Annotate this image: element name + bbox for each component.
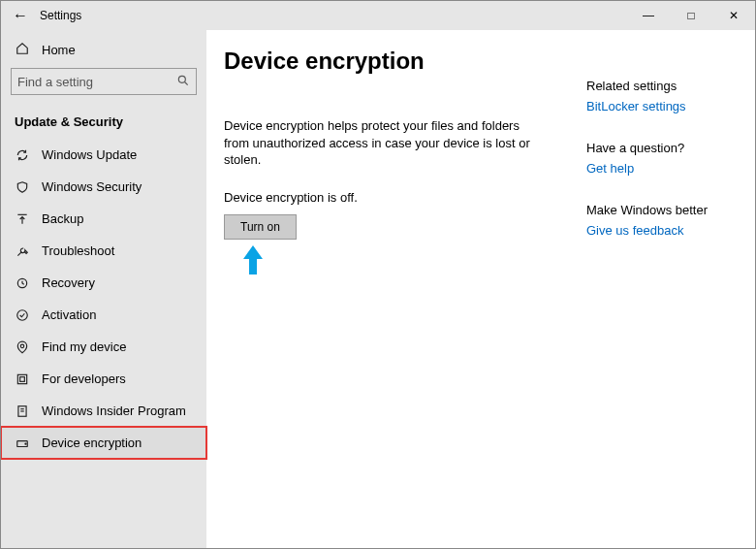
check-icon	[15, 308, 30, 322]
window-title: Settings	[40, 9, 81, 22]
sidebar-item[interactable]: Windows Update	[1, 139, 206, 171]
svg-rect-5	[17, 374, 26, 383]
shield-icon	[15, 180, 30, 194]
sidebar-item-label: Backup	[42, 211, 83, 226]
sidebar-item-label: Device encryption	[42, 436, 142, 450]
sidebar-item-label: Troubleshoot	[42, 243, 114, 258]
sidebar-home-label: Home	[42, 43, 76, 57]
svg-point-3	[17, 309, 28, 320]
sidebar-item-label: Find my device	[42, 339, 126, 354]
sidebar-section-title: Update & Security	[1, 107, 206, 139]
sidebar-item[interactable]: Windows Insider Program	[1, 395, 206, 427]
window-controls: ― □ ✕	[627, 1, 755, 30]
right-rail-block: Related settingsBitLocker settings	[586, 79, 732, 113]
right-rail-title: Make Windows better	[586, 203, 732, 217]
svg-point-11	[25, 443, 26, 444]
sidebar-item-label: Activation	[42, 307, 96, 322]
sidebar-home[interactable]: Home	[1, 36, 206, 68]
sidebar-item[interactable]: Device encryption	[1, 427, 206, 459]
right-rail-link[interactable]: Give us feedback	[586, 223, 683, 238]
sidebar-item-label: Recovery	[42, 275, 95, 290]
devs-icon	[15, 372, 30, 386]
sidebar-item[interactable]: Backup	[1, 203, 206, 235]
page-description: Device encryption helps protect your fil…	[224, 117, 534, 169]
annotation-arrow-icon	[241, 245, 586, 281]
home-icon	[15, 42, 30, 58]
close-button[interactable]: ✕	[712, 1, 755, 30]
insider-icon	[15, 404, 30, 418]
titlebar: ← Settings ― □ ✕	[1, 1, 755, 30]
sidebar-item[interactable]: Recovery	[1, 267, 206, 299]
sidebar-item[interactable]: For developers	[1, 363, 206, 395]
maximize-button[interactable]: □	[670, 1, 712, 30]
sidebar-item-label: Windows Insider Program	[42, 404, 186, 418]
backup-icon	[15, 212, 30, 226]
right-rail: Related settingsBitLocker settingsHave a…	[586, 48, 732, 548]
back-button[interactable]: ←	[1, 7, 40, 24]
right-rail-title: Related settings	[586, 79, 732, 93]
svg-line-1	[185, 81, 188, 84]
drive-icon	[15, 436, 30, 450]
sidebar-item[interactable]: Activation	[1, 299, 206, 331]
right-rail-link[interactable]: BitLocker settings	[586, 99, 686, 113]
sync-icon	[15, 148, 30, 162]
search-icon	[176, 74, 190, 90]
sidebar-item[interactable]: Find my device	[1, 331, 206, 363]
sidebar-item[interactable]: Windows Security	[1, 171, 206, 203]
minimize-button[interactable]: ―	[627, 1, 670, 30]
sidebar-item-label: Windows Security	[42, 179, 142, 194]
search-placeholder: Find a setting	[17, 75, 176, 89]
svg-rect-6	[20, 376, 25, 381]
search-input[interactable]: Find a setting	[11, 68, 197, 95]
sidebar-item[interactable]: Troubleshoot	[1, 235, 206, 267]
turn-on-button[interactable]: Turn on	[224, 214, 297, 240]
wrench-icon	[15, 244, 30, 258]
sidebar-item-label: For developers	[42, 371, 126, 386]
main-pane: Device encryption Device encryption help…	[224, 48, 586, 548]
sidebar: Home Find a setting Update & Security Wi…	[1, 30, 206, 548]
right-rail-link[interactable]: Get help	[586, 161, 634, 176]
sidebar-nav-list: Windows UpdateWindows SecurityBackupTrou…	[1, 139, 206, 459]
page-title: Device encryption	[224, 48, 586, 75]
encryption-status: Device encryption is off.	[224, 190, 586, 205]
right-rail-title: Have a question?	[586, 141, 732, 155]
svg-point-4	[20, 344, 24, 348]
right-rail-block: Have a question?Get help	[586, 141, 732, 176]
sidebar-item-label: Windows Update	[42, 147, 137, 162]
find-icon	[15, 340, 30, 354]
right-rail-block: Make Windows betterGive us feedback	[586, 203, 732, 238]
recovery-icon	[15, 276, 30, 290]
svg-point-0	[178, 76, 185, 82]
